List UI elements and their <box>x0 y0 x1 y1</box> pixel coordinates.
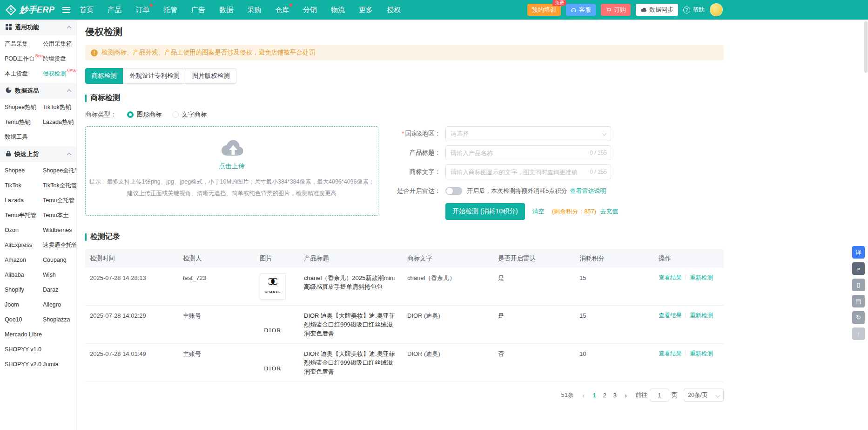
sidebar-item-pod-workbench[interactable]: POD工作台Beta <box>5 51 43 66</box>
tab-image-copyright[interactable]: 图片版权检测 <box>186 68 236 84</box>
nav-item-distribution[interactable]: 分销 <box>303 6 317 14</box>
sidebar-item-temu-hot[interactable]: Temu热销 <box>5 115 43 130</box>
sidebar-item-wildberries[interactable]: Wildberries <box>43 223 77 238</box>
sidebar-item-shopee-full[interactable]: Shopee全托管 <box>43 163 77 178</box>
page-number-1[interactable]: 1 <box>589 392 599 399</box>
sidebar-section-quick-listing[interactable]: 快速上货 <box>0 146 76 162</box>
nav-item-warehouse[interactable]: 仓库 <box>275 6 289 14</box>
nav-item-more[interactable]: 更多 <box>359 6 373 14</box>
re-detect-link[interactable]: 重新检测 <box>690 312 713 319</box>
nav-item-hosting[interactable]: 托管 <box>163 6 177 14</box>
sidebar-item-shopyy-v2[interactable]: SHOPYY v2.0 <box>5 357 43 372</box>
scrollbar[interactable] <box>864 21 868 427</box>
product-title-input[interactable] <box>445 145 611 160</box>
sidebar-item-temu-semi[interactable]: Temu半托管 <box>5 208 43 223</box>
sidebar-item-joom[interactable]: Joom <box>5 297 43 312</box>
clear-button[interactable]: 清空 <box>532 207 545 216</box>
sidebar-item-local-pallet[interactable]: 本土货盘 <box>5 66 43 81</box>
sidebar-item-mercado-libre[interactable]: Mercado Libre <box>5 327 77 342</box>
sidebar-item-infringement-detection[interactable]: 侵权检测NEW <box>43 66 77 81</box>
next-page-button[interactable]: › <box>622 391 629 399</box>
sidebar-item-lazada-hot[interactable]: Lazada热销 <box>43 115 76 130</box>
trademark-text-input[interactable] <box>445 164 611 179</box>
page-size-select[interactable]: 20条/页 <box>684 389 724 402</box>
sidebar-section-data-selection[interactable]: 数据选品 <box>0 83 76 99</box>
nav-item-product[interactable]: 产品 <box>108 6 121 14</box>
sidebar-item-coupang[interactable]: Coupang <box>43 253 77 267</box>
view-result-link[interactable]: 查看结果 <box>659 350 682 357</box>
sidebar-item-shoplazza[interactable]: Shoplazza <box>43 312 77 327</box>
sidebar-item-public-collect-box[interactable]: 公用采集箱 <box>43 36 77 51</box>
sidebar-item-qoo10[interactable]: Qoo10 <box>5 312 43 327</box>
start-detection-button[interactable]: 开始检测 (消耗10积分) <box>445 203 525 220</box>
sidebar-item-tiktok-full[interactable]: TikTok全托管 <box>43 178 77 193</box>
sidebar-item-shopify[interactable]: Shopify <box>5 282 43 297</box>
sidebar-item-aliexpress[interactable]: AliExpress <box>5 238 43 253</box>
refresh-button[interactable]: ↻ <box>852 311 865 324</box>
goto-page-input[interactable] <box>650 389 669 402</box>
translate-button[interactable]: 译 <box>852 246 865 259</box>
nav-item-authorize[interactable]: 授权 <box>387 6 401 14</box>
radar-info-link[interactable]: 查看雷达说明 <box>570 187 606 195</box>
re-detect-link[interactable]: 重新检测 <box>690 350 713 357</box>
sidebar-item-product-collect[interactable]: 产品采集 <box>5 36 43 51</box>
data-sync-button[interactable]: 数据同步 <box>636 4 678 16</box>
nav-item-data[interactable]: 数据 <box>219 6 233 14</box>
collapse-button[interactable]: » <box>852 262 865 275</box>
upload-dropzone[interactable]: 点击上传 提示：最多支持上传1张png、jpg、jpeg格式，小于10M的图片；… <box>85 126 378 216</box>
sidebar-item-daraz[interactable]: Daraz <box>43 282 77 297</box>
sidebar-item-label: Shopee热销 <box>5 103 36 111</box>
nav-item-order[interactable]: 订单 <box>135 6 149 14</box>
sidebar-item-shopee[interactable]: Shopee <box>5 163 43 178</box>
mobile-preview-button[interactable]: ▯ <box>852 279 865 291</box>
training-button[interactable]: 预约培训 免费 <box>527 4 561 16</box>
nav-item-purchase[interactable]: 采购 <box>247 6 261 14</box>
radar-toggle[interactable] <box>445 187 462 195</box>
customer-service-button[interactable]: 客服 <box>566 4 596 16</box>
help-button[interactable]: ? 帮助 <box>683 6 705 14</box>
cell-radar-enabled: 否 <box>493 344 575 382</box>
recharge-link[interactable]: 去充值 <box>600 207 618 216</box>
sidebar-item-ozon[interactable]: Ozon <box>5 223 43 238</box>
radio-text-trademark[interactable]: 文字商标 <box>172 110 207 119</box>
sidebar-item-data-tools[interactable]: 数据工具 <box>5 130 43 144</box>
data-sync-label: 数据同步 <box>649 6 673 14</box>
sidebar-item-temu-full[interactable]: Temu全托管 <box>43 193 77 208</box>
sidebar-item-alibaba[interactable]: Alibaba <box>5 267 43 282</box>
sidebar-item-tiktok-hot[interactable]: TikTok热销 <box>43 100 76 115</box>
sidebar-item-shopee-hot[interactable]: Shopee热销 <box>5 100 43 115</box>
menu-toggle-icon[interactable] <box>62 7 70 13</box>
view-result-link[interactable]: 查看结果 <box>659 274 682 281</box>
country-select[interactable]: 请选择 <box>445 126 611 141</box>
sidebar-item-temu-local[interactable]: Temu本土 <box>43 208 77 223</box>
view-result-link[interactable]: 查看结果 <box>659 312 682 319</box>
sidebar-section-general[interactable]: 通用功能 <box>0 20 76 35</box>
back-to-top-button[interactable]: ↑ <box>852 328 865 340</box>
page-number-2[interactable]: 2 <box>599 392 610 399</box>
side-panel-button[interactable]: ▤ <box>852 295 865 307</box>
nav-item-home[interactable]: 首页 <box>80 6 94 14</box>
scrollbar-thumb[interactable] <box>864 21 868 73</box>
sidebar-item-tiktok[interactable]: TikTok <box>5 178 43 193</box>
sidebar-item-allegro[interactable]: Allegro <box>43 297 77 312</box>
sidebar-item-jumia[interactable]: Jumia <box>43 357 77 372</box>
tab-trademark[interactable]: 商标检测 <box>85 68 123 84</box>
brand[interactable]: 妙手ERP <box>0 4 61 15</box>
prev-page-button[interactable]: ‹ <box>580 391 587 399</box>
nav-item-ads[interactable]: 广告 <box>191 6 205 14</box>
upload-click-text[interactable]: 点击上传 <box>86 162 378 171</box>
goto-label: 前往 <box>635 391 647 399</box>
sidebar-item-cross-border-pallet[interactable]: 跨境货盘 <box>43 51 77 66</box>
sidebar-item-amazon[interactable]: Amazon <box>5 253 43 267</box>
sidebar-item-shopyy-v1[interactable]: SHOPYY v1.0 <box>5 342 77 357</box>
nav-item-logistics[interactable]: 物流 <box>331 6 345 14</box>
radio-image-trademark[interactable]: 图形商标 <box>127 110 162 119</box>
re-detect-link[interactable]: 重新检测 <box>690 274 713 281</box>
sidebar-item-aliexpress-full[interactable]: 速卖通全托管 <box>43 238 77 253</box>
tab-design-patent[interactable]: 外观设计专利检测 <box>123 68 186 84</box>
page-number-3[interactable]: 3 <box>610 392 620 399</box>
subscribe-button[interactable]: 订购 <box>601 4 631 16</box>
avatar[interactable] <box>710 3 723 16</box>
sidebar-item-lazada[interactable]: Lazada <box>5 193 43 208</box>
sidebar-item-wish[interactable]: Wish <box>43 267 77 282</box>
